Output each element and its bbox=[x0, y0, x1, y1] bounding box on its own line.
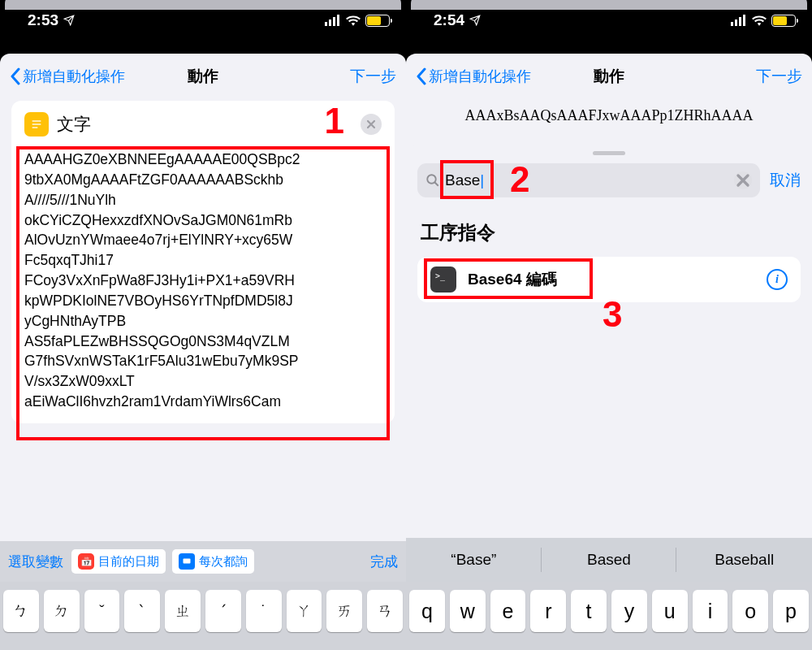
signal-icon bbox=[731, 15, 747, 26]
text-card-header: 文字 1 bbox=[24, 112, 382, 136]
chevron-left-icon bbox=[10, 67, 21, 85]
nav-back-label: 新增自動化操作 bbox=[23, 67, 125, 86]
text-icon bbox=[24, 112, 49, 136]
key[interactable]: ㄅ bbox=[3, 590, 39, 632]
nav-next-button[interactable]: 下一步 bbox=[350, 66, 396, 87]
key[interactable]: q bbox=[409, 590, 445, 632]
key[interactable]: ㄞ bbox=[326, 590, 362, 632]
key[interactable]: o bbox=[732, 590, 768, 632]
highlight-box bbox=[16, 146, 390, 440]
back-sheet bbox=[5, 0, 401, 10]
key[interactable]: w bbox=[450, 590, 486, 632]
svg-rect-9 bbox=[735, 20, 737, 26]
key[interactable]: ㄓ bbox=[165, 590, 201, 632]
prediction-item[interactable]: Baseball bbox=[676, 538, 812, 582]
svg-rect-2 bbox=[333, 17, 335, 26]
section-title: 工序指令 bbox=[421, 220, 797, 245]
text-card-title: 文字 bbox=[57, 113, 91, 136]
clear-button[interactable] bbox=[361, 114, 382, 135]
grabber[interactable] bbox=[593, 151, 625, 155]
signal-icon bbox=[325, 15, 341, 26]
svg-rect-7 bbox=[184, 559, 191, 564]
prediction-item[interactable]: “Base” bbox=[406, 538, 542, 582]
peek-text: AAAxBsAAQsAAAFJxwAAAPp1ZHRhAAAA bbox=[406, 99, 812, 124]
svg-rect-6 bbox=[32, 127, 38, 128]
svg-rect-8 bbox=[731, 22, 733, 26]
svg-rect-1 bbox=[329, 20, 331, 26]
info-button[interactable]: i bbox=[767, 269, 788, 290]
phone-screenshot-right: 2:54 新增自動化操作 動作 下一步 AAAxBsAAQsAAAFJxwAAA… bbox=[406, 0, 812, 650]
cancel-button[interactable]: 取消 bbox=[770, 170, 801, 191]
clear-search-button[interactable] bbox=[734, 171, 752, 189]
key[interactable]: ˋ bbox=[124, 590, 160, 632]
nav-bar: 新增自動化操作 動作 下一步 bbox=[406, 54, 812, 99]
key[interactable]: i bbox=[693, 590, 728, 632]
annotation-2: 2 bbox=[510, 159, 529, 200]
status-time: 2:53 bbox=[28, 11, 58, 29]
nav-back-button[interactable]: 新增自動化操作 bbox=[10, 67, 125, 86]
prediction-bar: “Base”BasedBaseball bbox=[406, 538, 812, 582]
key[interactable]: ˊ bbox=[205, 590, 241, 632]
search-sheet: Base| 取消 2 工序指令 >_ Base64 編碼 i 3 bbox=[406, 145, 812, 650]
key[interactable]: ㄢ bbox=[367, 590, 403, 632]
svg-rect-3 bbox=[337, 15, 339, 26]
search-icon bbox=[425, 173, 440, 188]
done-button[interactable]: 完成 bbox=[370, 552, 398, 571]
wifi-icon bbox=[752, 15, 767, 26]
battery-icon bbox=[771, 15, 796, 27]
nav-next-button[interactable]: 下一步 bbox=[756, 66, 802, 87]
battery-icon bbox=[365, 15, 390, 27]
modal-sheet: 新增自動化操作 動作 下一步 文字 1 AAAAHGZ0eXBNNEEgAAAA… bbox=[0, 54, 406, 650]
suggestion-bar: 選取變數 📅 目前的日期 每次都詢 完成 bbox=[0, 541, 406, 582]
key[interactable]: r bbox=[530, 590, 566, 632]
key[interactable]: ˙ bbox=[246, 590, 282, 632]
highlight-box-result bbox=[424, 258, 593, 299]
key[interactable]: y bbox=[611, 590, 647, 632]
key[interactable]: ㄚ bbox=[287, 590, 322, 632]
nav-back-button[interactable]: 新增自動化操作 bbox=[416, 67, 531, 86]
status-time: 2:54 bbox=[434, 11, 464, 29]
key[interactable]: u bbox=[652, 590, 688, 632]
search-row: Base| 取消 bbox=[406, 163, 812, 197]
calendar-icon: 📅 bbox=[78, 553, 94, 570]
search-field[interactable]: Base| bbox=[417, 163, 760, 197]
key[interactable]: t bbox=[571, 590, 607, 632]
location-icon bbox=[63, 15, 75, 26]
text-action-card[interactable]: 文字 1 AAAAHGZ0eXBNNEEgAAAAAE00QSBpc29tbXA… bbox=[11, 101, 395, 423]
select-variable-button[interactable]: 選取變數 bbox=[8, 552, 63, 571]
pill-current-date[interactable]: 📅 目前的日期 bbox=[71, 549, 166, 574]
back-sheet bbox=[411, 0, 807, 10]
svg-point-12 bbox=[427, 175, 436, 184]
phone-screenshot-left: 2:53 新增自動化操作 動作 下一步 文字 bbox=[0, 0, 406, 650]
pill-ask-each-time[interactable]: 每次都詢 bbox=[172, 549, 254, 574]
key[interactable]: ˇ bbox=[84, 590, 120, 632]
highlight-box-search bbox=[440, 160, 494, 199]
modal-sheet: 新增自動化操作 動作 下一步 AAAxBsAAQsAAAFJxwAAAPp1ZH… bbox=[406, 54, 812, 650]
nav-back-label: 新增自動化操作 bbox=[429, 67, 531, 86]
svg-rect-4 bbox=[32, 120, 41, 121]
chevron-left-icon bbox=[416, 67, 427, 85]
svg-rect-0 bbox=[325, 22, 327, 26]
keyboard[interactable]: ㄅㄉˇˋㄓˊ˙ㄚㄞㄢ bbox=[0, 582, 406, 650]
key[interactable]: e bbox=[490, 590, 526, 632]
ask-icon bbox=[179, 553, 195, 570]
annotation-1: 1 bbox=[325, 101, 344, 141]
key[interactable]: p bbox=[773, 590, 809, 632]
key[interactable]: ㄉ bbox=[44, 590, 80, 632]
svg-rect-5 bbox=[32, 124, 41, 124]
location-icon bbox=[469, 15, 481, 26]
svg-rect-11 bbox=[743, 15, 745, 26]
annotation-3: 3 bbox=[603, 294, 622, 335]
wifi-icon bbox=[346, 15, 361, 26]
nav-bar: 新增自動化操作 動作 下一步 bbox=[0, 54, 406, 99]
svg-rect-10 bbox=[739, 17, 741, 26]
prediction-item[interactable]: Based bbox=[542, 538, 677, 582]
keyboard[interactable]: qwertyuiop bbox=[406, 582, 812, 650]
